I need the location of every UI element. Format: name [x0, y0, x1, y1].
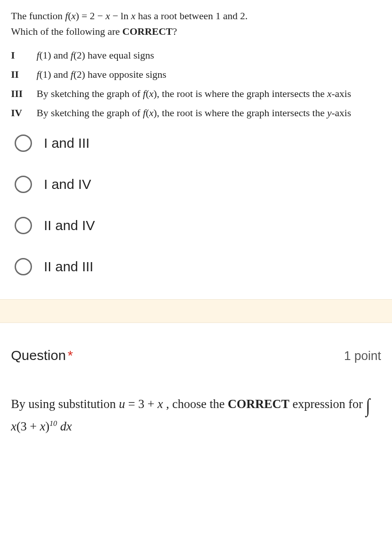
- text: (3 +: [16, 419, 40, 433]
- text: -axis: [332, 107, 351, 118]
- statement-1: I f(1) and f(2) have equal signs: [11, 49, 381, 61]
- question-title-wrap: Question*: [11, 348, 73, 363]
- math-x: x: [66, 419, 72, 433]
- text: By sketching the graph of: [37, 88, 143, 99]
- statement-text: f(1) and f(2) have equal signs: [37, 49, 154, 61]
- text-bold: CORRECT: [122, 26, 173, 37]
- text: -axis: [332, 88, 351, 99]
- exponent: 10: [49, 419, 57, 428]
- question-1-block: The function f(x) = 2 − x − ln x has a r…: [0, 0, 392, 299]
- text: The function: [11, 10, 65, 22]
- text-bold: CORRECT: [228, 397, 289, 411]
- answer-options: I and III I and IV II and IV II and III: [11, 134, 381, 275]
- text: ?: [173, 26, 177, 37]
- section-divider: [0, 299, 392, 323]
- question-1-stem-line-2: Which of the following are CORRECT?: [11, 24, 381, 39]
- text: ), the root is where the graph intersect…: [154, 88, 327, 99]
- text: ): [45, 419, 49, 433]
- text: expression for: [289, 397, 366, 411]
- option-1[interactable]: I and III: [15, 134, 381, 152]
- text: By sketching the graph of: [37, 107, 143, 118]
- text: By using substitution: [11, 397, 119, 411]
- statement-text: By sketching the graph of f(x), the root…: [37, 107, 351, 119]
- text: (2) have equal signs: [74, 49, 154, 61]
- math-u: u: [119, 397, 125, 411]
- option-label: II and IV: [44, 218, 95, 233]
- statement-text: f(1) and f(2) have opposite signs: [37, 69, 166, 81]
- math-x: x: [149, 107, 154, 118]
- option-label: I and IV: [44, 177, 91, 192]
- question-title: Question: [11, 348, 66, 363]
- question-2-stem: By using substitution u = 3 + x , choose…: [11, 390, 381, 437]
- text: (1) and: [39, 49, 70, 61]
- math-x: x: [106, 10, 110, 22]
- math-y: y: [327, 107, 332, 118]
- radio-icon[interactable]: [15, 176, 32, 193]
- text: ), the root is where the graph intersect…: [154, 107, 327, 118]
- text: − ln: [110, 10, 131, 22]
- points-label: 1 point: [344, 349, 381, 363]
- radio-icon[interactable]: [15, 217, 32, 234]
- math-x: x: [71, 10, 76, 22]
- math-x: x: [327, 88, 332, 99]
- math-x: x: [40, 419, 45, 433]
- math-x: x: [158, 397, 163, 411]
- text: , choose the: [163, 397, 228, 411]
- math-x: x: [11, 419, 16, 433]
- statement-text: By sketching the graph of f(x), the root…: [37, 88, 351, 100]
- option-3[interactable]: II and IV: [15, 217, 381, 234]
- text: ) = 2 −: [76, 10, 106, 22]
- option-label: II and III: [44, 259, 93, 274]
- required-star-icon: *: [68, 348, 73, 363]
- question-2-header: Question* 1 point: [11, 348, 381, 363]
- radio-icon[interactable]: [15, 134, 32, 152]
- text: has a root between 1 and 2.: [135, 10, 248, 22]
- statement-number: I: [11, 49, 37, 61]
- statement-3: III By sketching the graph of f(x), the …: [11, 88, 381, 100]
- statement-number: II: [11, 69, 37, 81]
- text: d: [57, 419, 66, 433]
- integral-icon: ∫: [366, 389, 370, 422]
- option-2[interactable]: I and IV: [15, 176, 381, 193]
- option-label: I and III: [44, 135, 90, 151]
- text: (: [68, 10, 71, 22]
- statements-list: I f(1) and f(2) have equal signs II f(1)…: [11, 49, 381, 119]
- text: (1) and: [39, 69, 70, 80]
- statement-number: III: [11, 88, 37, 100]
- math-x: x: [131, 10, 136, 22]
- statement-4: IV By sketching the graph of f(x), the r…: [11, 107, 381, 119]
- math-x: x: [149, 88, 154, 99]
- text: Which of the following are: [11, 26, 122, 37]
- radio-icon[interactable]: [15, 258, 32, 275]
- question-1-stem-line-1: The function f(x) = 2 − x − ln x has a r…: [11, 8, 381, 24]
- text: = 3 +: [125, 397, 158, 411]
- option-4[interactable]: II and III: [15, 258, 381, 275]
- question-2-block: Question* 1 point By using substitution …: [0, 323, 392, 445]
- statement-2: II f(1) and f(2) have opposite signs: [11, 69, 381, 81]
- statement-number: IV: [11, 107, 37, 119]
- text: (2) have opposite signs: [74, 69, 166, 80]
